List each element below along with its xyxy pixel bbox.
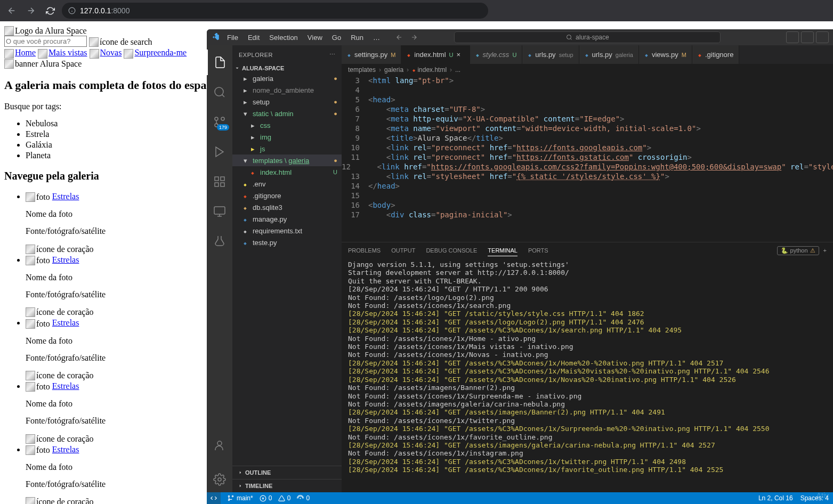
nav-link[interactable]: Home bbox=[15, 48, 36, 57]
py-file-icon: ⬥ bbox=[528, 51, 532, 59]
tree-folder-galeria[interactable]: ▸galeria● bbox=[232, 72, 342, 84]
breadcrumbs[interactable]: templates›galeria›⬥ index.html›... bbox=[342, 64, 833, 76]
file-tree: ▸galeria● ▸nome_do_ambiente ▸setup● ▾sta… bbox=[232, 72, 342, 466]
tree-folder-css[interactable]: ▸css bbox=[232, 119, 342, 131]
url-bar[interactable]: 127.0.0.1:8000 bbox=[62, 3, 488, 19]
editor-tab[interactable]: ⬥style.cssU bbox=[470, 45, 523, 64]
indentation-status[interactable]: Spaces: 4 bbox=[800, 494, 829, 502]
svg-rect-14 bbox=[221, 183, 224, 186]
gallery-link[interactable]: Estrelas bbox=[52, 381, 79, 391]
source-control-icon[interactable]: 179 bbox=[207, 109, 232, 135]
remote-button[interactable] bbox=[207, 492, 221, 504]
editor-tabs: ⬥settings.pyM⬥index.htmlU×⬥style.cssU⬥ur… bbox=[342, 45, 833, 64]
add-terminal-icon[interactable]: + bbox=[823, 247, 827, 254]
cursor-position[interactable]: Ln 2, Col 16 bbox=[758, 494, 793, 502]
gallery-link[interactable]: Estrelas bbox=[52, 255, 79, 264]
ports-status[interactable]: 0 bbox=[297, 494, 310, 502]
tree-file-db[interactable]: ⬥db.sqlite3 bbox=[232, 201, 342, 213]
menu-item[interactable]: View bbox=[303, 31, 327, 44]
close-icon[interactable]: × bbox=[457, 51, 464, 59]
py-file-icon: ⬥ bbox=[347, 51, 351, 59]
editor-tab[interactable]: ⬥urls.pygaleria bbox=[579, 45, 639, 64]
search-icon-broken-img: ícone de search bbox=[89, 37, 152, 47]
testing-icon[interactable] bbox=[207, 229, 232, 254]
settings-gear-icon[interactable] bbox=[207, 467, 232, 492]
panel-tab[interactable]: DEBUG CONSOLE bbox=[426, 245, 477, 256]
gallery-link[interactable]: Estrelas bbox=[52, 192, 79, 201]
extensions-icon[interactable] bbox=[207, 169, 232, 194]
code-editor[interactable]: 3<html lang="pt-br">45<head>6 <meta char… bbox=[342, 76, 833, 242]
more-icon[interactable]: ⋯ bbox=[329, 51, 336, 58]
terminal-shell-badge[interactable]: 🐍python⚠ bbox=[777, 246, 819, 255]
menu-item[interactable]: Selection bbox=[265, 31, 302, 44]
tree-folder-img[interactable]: ▸img bbox=[232, 131, 342, 143]
panel-tab[interactable]: PORTS bbox=[528, 245, 548, 256]
tree-folder-static[interactable]: ▾static \ admin● bbox=[232, 108, 342, 119]
layout-left-icon[interactable] bbox=[786, 31, 799, 43]
tree-folder-templates[interactable]: ▾templates \ galeria● bbox=[232, 155, 342, 166]
menu-item[interactable]: Edit bbox=[244, 31, 264, 44]
tree-file-index-html[interactable]: ⬥index.htmlU bbox=[232, 166, 342, 178]
back-button[interactable] bbox=[4, 3, 19, 18]
reload-button[interactable] bbox=[43, 3, 58, 18]
menu-item[interactable]: File bbox=[223, 31, 242, 44]
terminal-output[interactable]: Django version 5.1.1, using settings 'se… bbox=[342, 258, 833, 492]
remote-explorer-icon[interactable] bbox=[207, 199, 232, 224]
panel-tab[interactable]: OUTPUT bbox=[391, 245, 415, 256]
branch-status[interactable]: main* bbox=[227, 494, 253, 502]
gallery-link[interactable]: Estrelas bbox=[52, 318, 79, 327]
editor-tab[interactable]: ⬥urls.pysetup bbox=[522, 45, 579, 64]
svg-point-26 bbox=[300, 498, 301, 498]
tree-file-gitignore[interactable]: ⬥.gitignore bbox=[232, 190, 342, 201]
svg-point-21 bbox=[228, 499, 229, 500]
nav-link[interactable]: Mais vistas bbox=[48, 48, 87, 57]
explorer-icon[interactable] bbox=[207, 50, 232, 75]
tree-folder-ambiente[interactable]: ▸nome_do_ambiente bbox=[232, 84, 342, 96]
tree-file-teste[interactable]: ⬥teste.py bbox=[232, 237, 342, 248]
menu-item[interactable]: … bbox=[369, 31, 384, 44]
search-input[interactable] bbox=[4, 36, 87, 47]
panel-tab[interactable]: PROBLEMS bbox=[348, 245, 381, 256]
search-activity-icon[interactable] bbox=[207, 79, 232, 105]
gallery-img: foto bbox=[26, 445, 50, 455]
breadcrumb-item[interactable]: ... bbox=[455, 66, 460, 74]
nav-link[interactable]: Novas bbox=[100, 48, 122, 57]
editor-tab[interactable]: ⬥views.pyM bbox=[639, 45, 692, 64]
forward-button[interactable] bbox=[23, 3, 38, 18]
layout-bottom-icon[interactable] bbox=[801, 31, 814, 43]
nav-link[interactable]: Surpreenda-me bbox=[134, 48, 187, 57]
problems-status[interactable]: 0 0 bbox=[260, 494, 291, 502]
site-info-icon[interactable] bbox=[68, 7, 76, 14]
editor-tab[interactable]: ⬥.gitignore bbox=[692, 45, 739, 64]
layout-controls[interactable] bbox=[786, 31, 829, 43]
tree-folder-setup[interactable]: ▸setup● bbox=[232, 96, 342, 108]
status-bar: main* 0 0 0 Ln 2, Col 16 Spaces: 4 bbox=[207, 492, 833, 504]
menu-item[interactable]: Go bbox=[328, 31, 345, 44]
heart-icon: ícone de coração bbox=[26, 307, 93, 317]
tree-file-manage[interactable]: ⬥manage.py bbox=[232, 213, 342, 225]
editor-tab[interactable]: ⬥index.htmlU× bbox=[401, 45, 470, 64]
run-debug-icon[interactable] bbox=[207, 139, 232, 165]
breadcrumb-item[interactable]: galeria bbox=[384, 66, 403, 74]
vscode-window: FileEditSelectionViewGoRun… alura-space … bbox=[207, 29, 833, 504]
terminal-panel: PROBLEMSOUTPUTDEBUG CONSOLETERMINALPORTS… bbox=[342, 242, 833, 492]
title-back-button[interactable] bbox=[393, 31, 406, 44]
workspace-section[interactable]: ALURA-SPACE bbox=[232, 64, 342, 72]
tree-file-env[interactable]: ⬥.env bbox=[232, 178, 342, 190]
menu-item[interactable]: Run bbox=[346, 31, 368, 44]
breadcrumb-item[interactable]: ⬥ index.html bbox=[412, 66, 447, 74]
tree-file-requirements[interactable]: ⬥requirements.txt bbox=[232, 225, 342, 237]
accounts-icon[interactable] bbox=[207, 433, 232, 458]
tree-folder-js[interactable]: ▸js bbox=[232, 143, 342, 155]
timeline-section[interactable]: TIMELINE bbox=[232, 479, 342, 492]
title-forward-button[interactable] bbox=[408, 31, 420, 44]
gallery-img: foto bbox=[26, 192, 50, 202]
command-center[interactable]: alura-space bbox=[454, 31, 721, 43]
breadcrumb-item[interactable]: templates bbox=[348, 66, 376, 74]
layout-right-icon[interactable] bbox=[816, 31, 829, 43]
outline-section[interactable]: OUTLINE bbox=[232, 466, 342, 479]
editor-tab[interactable]: ⬥settings.pyM bbox=[342, 45, 401, 64]
gallery-link[interactable]: Estrelas bbox=[52, 445, 79, 454]
panel-tab[interactable]: TERMINAL bbox=[488, 245, 517, 256]
vscode-titlebar: FileEditSelectionViewGoRun… alura-space bbox=[207, 29, 833, 45]
